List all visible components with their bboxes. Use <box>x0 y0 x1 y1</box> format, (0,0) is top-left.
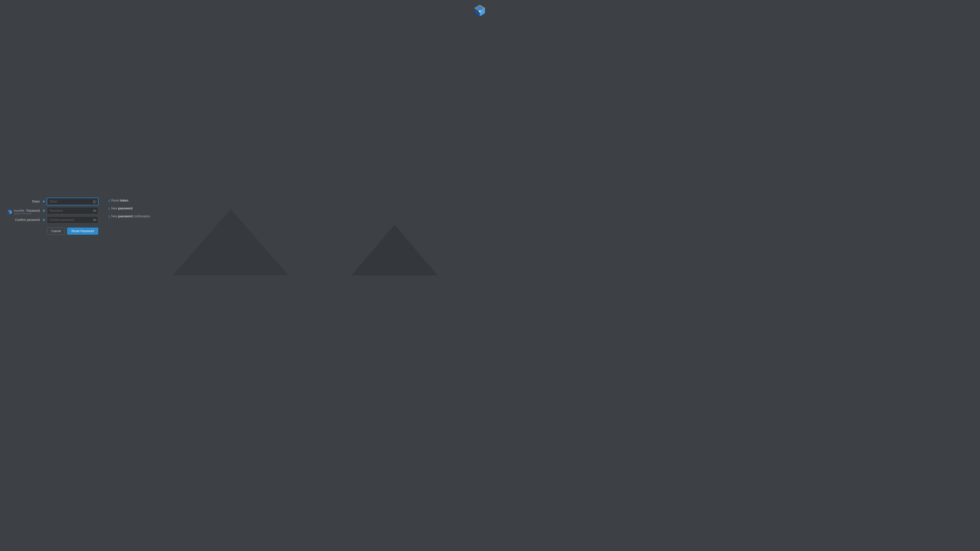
help-text-token: Reset token. <box>111 198 129 203</box>
confirm-password-label: Confirm password <box>7 218 43 222</box>
confirm-password-input[interactable] <box>47 216 98 224</box>
help-text-confirm: New password confirmation. <box>111 214 151 219</box>
svg-text:IPA: IPA <box>479 11 481 13</box>
password-label: Password <box>7 209 43 213</box>
form-fields: Token Password <box>7 198 98 225</box>
svg-point-14 <box>94 210 95 211</box>
token-input-wrapper <box>47 198 98 205</box>
token-input[interactable] <box>47 198 98 205</box>
help-panel: ℹ Reset token. ℹ New password. ℹ New pas… <box>108 198 175 219</box>
svg-point-13 <box>93 210 96 212</box>
token-label: Token <box>7 200 43 203</box>
token-required-indicator <box>43 200 45 203</box>
password-required-indicator <box>43 210 45 212</box>
svg-rect-12 <box>94 200 96 203</box>
confirm-password-required-indicator <box>43 219 45 221</box>
token-copy-icon <box>93 200 97 203</box>
app-logo-top-right: IPA <box>474 4 486 16</box>
confirm-password-field-row: Confirm password <box>7 216 98 224</box>
confirm-password-eye-icon <box>93 218 97 222</box>
help-icon-password: ℹ <box>108 206 110 211</box>
form-buttons: Cancel Reset Password <box>7 227 98 235</box>
confirm-password-input-wrapper <box>47 216 98 224</box>
help-item-token: ℹ Reset token. <box>108 198 175 203</box>
password-input-wrapper <box>47 207 98 214</box>
help-icon-confirm: ℹ <box>108 214 110 219</box>
reset-password-button[interactable]: Reset Password <box>67 227 98 235</box>
svg-point-15 <box>93 219 96 221</box>
svg-point-16 <box>94 219 95 221</box>
help-item-confirm: ℹ New password confirmation. <box>108 214 175 219</box>
help-item-password: ℹ New password. <box>108 206 175 211</box>
password-eye-icon <box>93 209 97 213</box>
reset-password-form: Token Password <box>7 198 439 235</box>
password-input[interactable] <box>47 207 98 214</box>
help-icon-token: ℹ <box>108 199 110 203</box>
token-field-row: Token <box>7 198 98 205</box>
help-text-password: New password. <box>111 206 134 211</box>
cancel-button[interactable]: Cancel <box>47 227 65 235</box>
password-field-row: Password <box>7 207 98 214</box>
